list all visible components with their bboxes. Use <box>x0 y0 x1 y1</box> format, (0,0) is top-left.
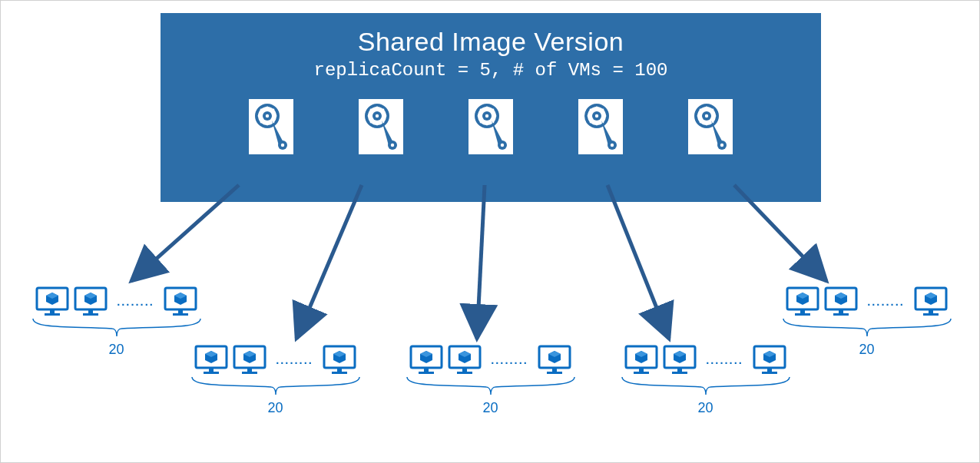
disk-icon <box>359 99 403 154</box>
svg-point-51 <box>602 109 604 111</box>
vm-icon <box>74 286 108 317</box>
svg-rect-101 <box>677 368 682 372</box>
brace-icon <box>190 375 361 399</box>
brace-icon <box>782 317 952 340</box>
svg-point-37 <box>492 109 495 111</box>
svg-point-65 <box>712 109 714 111</box>
vm-icon <box>914 286 948 317</box>
svg-point-55 <box>611 144 614 147</box>
shared-image-version-box: Shared Image Version replicaCount = 5, #… <box>161 13 821 202</box>
arrow-icon <box>608 185 669 339</box>
svg-point-60 <box>706 107 708 109</box>
vm-group: ........ 20 <box>611 345 800 416</box>
svg-point-48 <box>588 115 590 117</box>
svg-rect-71 <box>50 309 55 313</box>
svg-point-32 <box>486 107 488 109</box>
svg-point-18 <box>376 107 379 109</box>
vm-icon <box>194 345 228 375</box>
svg-point-33 <box>486 124 488 126</box>
vm-icon <box>233 345 267 375</box>
svg-rect-77 <box>178 309 183 313</box>
svg-point-6 <box>258 115 260 117</box>
vm-icon <box>35 286 69 317</box>
arrow-icon <box>477 185 485 339</box>
svg-point-52 <box>590 121 592 124</box>
svg-rect-92 <box>462 368 467 372</box>
disk-icon <box>578 99 623 154</box>
vm-icon <box>323 345 356 375</box>
svg-rect-81 <box>204 372 219 374</box>
vm-group: ........ 20 <box>773 286 961 358</box>
svg-point-21 <box>385 115 387 117</box>
vm-group: ........ 20 <box>181 345 369 416</box>
vm-row: ........ <box>396 345 584 375</box>
diagram-frame: Shared Image Version replicaCount = 5, #… <box>0 0 980 463</box>
ellipsis-label: ........ <box>486 354 533 366</box>
svg-rect-74 <box>88 309 93 313</box>
svg-rect-99 <box>634 372 649 374</box>
svg-rect-102 <box>672 372 687 374</box>
brace-icon <box>31 317 202 340</box>
svg-point-35 <box>495 115 497 117</box>
vm-icon <box>164 286 197 317</box>
svg-point-19 <box>376 124 379 126</box>
svg-point-23 <box>382 109 385 111</box>
svg-point-9 <box>273 109 275 111</box>
vm-count-label: 20 <box>181 400 369 416</box>
svg-point-34 <box>478 115 480 117</box>
vm-icon <box>448 345 482 375</box>
svg-rect-75 <box>83 313 98 316</box>
svg-rect-104 <box>767 368 772 372</box>
svg-point-36 <box>480 109 482 111</box>
svg-point-3 <box>266 114 269 117</box>
svg-rect-107 <box>800 309 805 313</box>
vm-icon <box>538 345 571 375</box>
svg-rect-83 <box>247 368 252 372</box>
svg-point-62 <box>697 115 700 117</box>
brace-icon <box>621 375 791 399</box>
disk-icon <box>688 99 733 154</box>
ellipsis-label: ........ <box>271 354 318 366</box>
svg-rect-87 <box>332 372 347 374</box>
ellipsis-label: ........ <box>701 354 748 366</box>
svg-rect-110 <box>839 309 843 313</box>
svg-point-50 <box>590 109 592 111</box>
svg-point-5 <box>267 124 269 126</box>
disk-replica-row <box>161 99 821 154</box>
svg-point-49 <box>604 115 607 117</box>
svg-point-66 <box>700 121 702 124</box>
svg-rect-86 <box>337 368 342 372</box>
svg-point-24 <box>370 121 372 124</box>
svg-point-41 <box>501 144 504 147</box>
svg-rect-95 <box>552 368 557 372</box>
vm-count-label: 20 <box>773 342 961 358</box>
svg-rect-72 <box>45 313 60 316</box>
svg-point-45 <box>595 114 598 117</box>
svg-point-20 <box>368 115 370 117</box>
svg-rect-84 <box>242 372 257 374</box>
svg-point-7 <box>275 115 277 117</box>
vm-count-label: 20 <box>396 400 584 416</box>
svg-point-4 <box>267 107 269 109</box>
svg-point-10 <box>260 121 263 124</box>
vm-row: ........ <box>773 286 961 317</box>
svg-point-38 <box>480 121 482 124</box>
svg-rect-96 <box>547 372 562 374</box>
vm-icon <box>786 286 819 317</box>
svg-rect-78 <box>173 313 188 316</box>
svg-point-22 <box>370 109 372 111</box>
ellipsis-label: ........ <box>862 296 909 308</box>
svg-rect-89 <box>424 368 429 372</box>
disk-icon <box>249 99 293 154</box>
svg-point-69 <box>720 144 723 147</box>
svg-point-17 <box>376 114 379 117</box>
vm-row: ........ <box>22 286 210 317</box>
svg-point-8 <box>260 109 263 111</box>
svg-rect-114 <box>923 313 939 316</box>
brace-icon <box>406 375 576 399</box>
svg-rect-98 <box>639 368 644 372</box>
svg-point-61 <box>706 124 708 126</box>
vm-group: ........ 20 <box>396 345 584 416</box>
svg-point-63 <box>714 115 717 117</box>
arrow-icon <box>296 185 362 339</box>
